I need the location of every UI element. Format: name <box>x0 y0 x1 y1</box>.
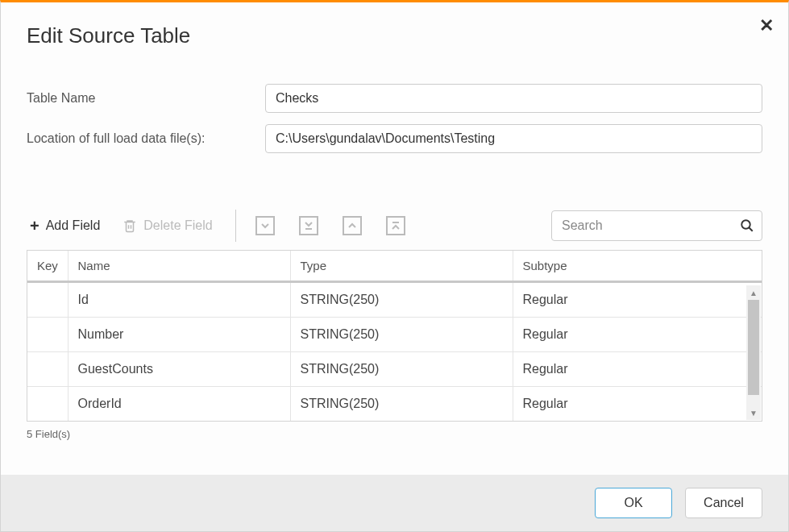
search-icon[interactable] <box>740 218 754 233</box>
chevron-down-bar-icon <box>304 220 314 231</box>
header-name[interactable]: Name <box>68 251 290 282</box>
cell-name[interactable]: OrderId <box>68 387 290 422</box>
cell-type[interactable]: STRING(250) <box>290 352 513 387</box>
header-key[interactable]: Key <box>27 251 68 282</box>
cell-type[interactable]: STRING(250) <box>290 282 513 318</box>
field-count-status: 5 Field(s) <box>1 422 788 447</box>
move-bottom-button[interactable] <box>299 216 318 235</box>
search-input[interactable] <box>551 210 762 241</box>
location-label: Location of full load data file(s): <box>27 131 265 146</box>
move-top-button[interactable] <box>386 216 405 235</box>
location-input[interactable] <box>265 124 762 153</box>
table-row[interactable]: Id STRING(250) Regular <box>27 282 762 318</box>
header-type[interactable]: Type <box>290 251 513 282</box>
add-field-button[interactable]: + Add Field <box>27 213 103 239</box>
table-name-label: Table Name <box>27 91 265 106</box>
cancel-button[interactable]: Cancel <box>685 488 762 518</box>
scroll-down-arrow-icon[interactable]: ▼ <box>746 405 761 420</box>
chevron-down-icon <box>260 221 270 231</box>
plus-icon: + <box>30 218 39 234</box>
toolbar-divider <box>235 210 236 242</box>
trash-icon <box>123 218 137 234</box>
fields-table-wrap: Key Name Type Subtype Id STRING(250) Reg… <box>27 250 762 422</box>
cell-subtype[interactable]: Regular <box>513 318 762 352</box>
svg-line-3 <box>749 227 753 231</box>
cell-name[interactable]: Number <box>68 318 290 352</box>
edit-source-table-dialog: ✕ Edit Source Table Table Name Location … <box>0 0 789 532</box>
table-name-row: Table Name <box>27 84 762 113</box>
cell-key[interactable] <box>27 318 68 352</box>
delete-field-label: Delete Field <box>143 218 212 233</box>
cell-subtype[interactable]: Regular <box>513 282 762 318</box>
scroll-thumb[interactable] <box>748 300 759 395</box>
add-field-label: Add Field <box>46 218 101 233</box>
delete-field-button: Delete Field <box>119 213 215 239</box>
chevron-up-icon <box>347 221 357 231</box>
cell-type[interactable]: STRING(250) <box>290 318 513 352</box>
fields-table: Key Name Type Subtype Id STRING(250) Reg… <box>27 251 762 421</box>
header-subtype[interactable]: Subtype <box>513 251 762 282</box>
table-header-row: Key Name Type Subtype <box>27 251 762 282</box>
cell-key[interactable] <box>27 387 68 422</box>
scroll-up-arrow-icon[interactable]: ▲ <box>746 285 761 300</box>
ok-button[interactable]: OK <box>595 488 672 518</box>
table-row[interactable]: Number STRING(250) Regular <box>27 318 762 352</box>
cell-name[interactable]: GuestCounts <box>68 352 290 387</box>
search-wrap <box>551 210 762 241</box>
cell-name[interactable]: Id <box>68 282 290 318</box>
move-down-button[interactable] <box>255 216 275 235</box>
chevron-up-bar-icon <box>391 220 401 231</box>
dialog-title: Edit Source Table <box>27 23 762 48</box>
cell-subtype[interactable]: Regular <box>513 387 762 422</box>
close-icon[interactable]: ✕ <box>759 15 774 36</box>
cell-type[interactable]: STRING(250) <box>290 387 513 422</box>
move-up-button[interactable] <box>343 216 362 235</box>
cell-key[interactable] <box>27 282 68 318</box>
dialog-footer: OK Cancel <box>1 475 788 531</box>
table-toolbar: + Add Field Delete Field <box>1 210 788 242</box>
cell-subtype[interactable]: Regular <box>513 352 762 387</box>
dialog-body: Edit Source Table Table Name Location of… <box>1 2 788 164</box>
location-row: Location of full load data file(s): <box>27 124 762 153</box>
svg-point-2 <box>741 220 750 229</box>
table-row[interactable]: GuestCounts STRING(250) Regular <box>27 352 762 387</box>
table-row[interactable]: OrderId STRING(250) Regular <box>27 387 762 422</box>
table-scrollbar[interactable]: ▲ ▼ <box>746 285 761 420</box>
table-name-input[interactable] <box>265 84 762 113</box>
cell-key[interactable] <box>27 352 68 387</box>
